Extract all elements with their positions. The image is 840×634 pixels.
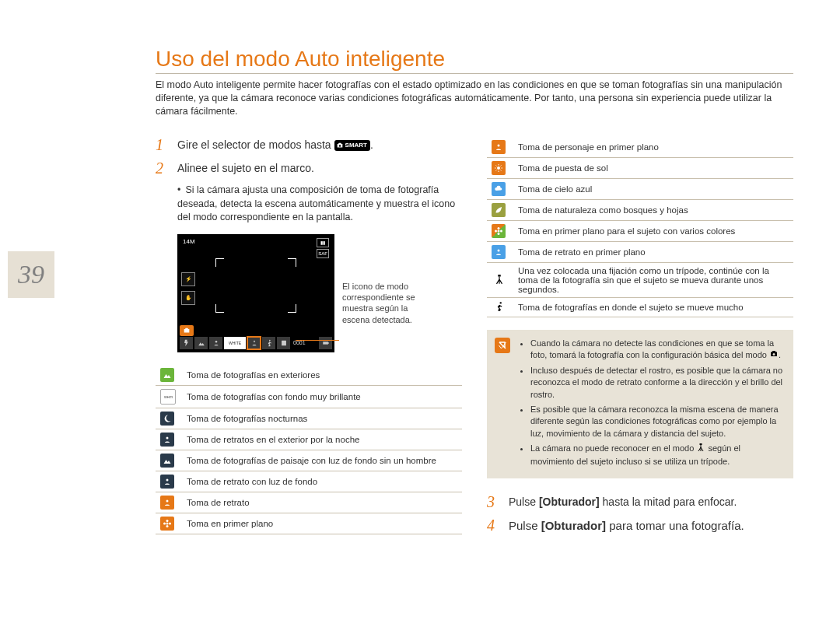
icon-row: Toma de retratos en el exterior por la n… (156, 429, 462, 450)
scene-icon-table-left: Toma de fotografías en exterioresWHITETo… (156, 365, 462, 534)
strip-card-icon (277, 337, 290, 349)
step-3: 3 Pulse [Obturador] hasta la mitad para … (487, 494, 793, 510)
strip-person-icon (209, 337, 222, 349)
right-column: Toma de personaje en primer planoToma de… (487, 137, 793, 542)
svg-point-19 (495, 229, 497, 232)
svg-point-8 (166, 499, 169, 502)
step-text: Pulse [Obturador] para tomar una fotogra… (509, 517, 793, 534)
camera-glyph-icon (336, 142, 344, 149)
frame-counter: 0001 (292, 337, 307, 349)
step-1: 1 Gire el selector de modos hasta SMART … (156, 137, 462, 152)
macro-color-icon (492, 224, 506, 238)
camera-inline-icon (769, 349, 779, 361)
strip-run-icon (262, 337, 275, 349)
step-2: 2 Alinee el sujeto en el marco. (156, 160, 462, 176)
icon-label: Toma de retratos en el exterior por la n… (182, 429, 462, 450)
svg-point-0 (215, 341, 217, 343)
nature-icon (492, 203, 506, 217)
portrait-icon (160, 496, 174, 510)
strip-detected-icon (247, 337, 261, 349)
focus-frame (215, 258, 296, 313)
resolution-indicator: 14M (183, 238, 195, 258)
icon-label: Toma de retrato en primer plano (513, 241, 793, 262)
icon-row: Toma de fotografías nocturnas (156, 408, 462, 429)
motion-icon (492, 301, 507, 312)
icon-row: Toma de puesta de sol (487, 157, 793, 178)
icon-label: Toma de cielo azul (513, 178, 793, 199)
svg-point-10 (166, 520, 169, 522)
svg-rect-22 (498, 275, 501, 276)
strip-white-icon: WHITE (224, 337, 246, 349)
icon-row: Toma de retrato con luz de fondo (156, 471, 462, 492)
notes-box: Cuando la cámara no detecte las condicio… (487, 330, 793, 478)
svg-point-15 (497, 166, 500, 170)
icon-row: Toma en primer plano para el sujeto con … (487, 220, 793, 241)
backlight-landscape-icon (160, 454, 174, 468)
icon-label: Toma de naturaleza como bosques y hojas (513, 199, 793, 220)
tripod-inline-icon (696, 443, 705, 455)
svg-rect-3 (323, 342, 328, 344)
icon-label: Toma de personaje en primer plano (513, 137, 793, 158)
icon-row: Toma de retrato (156, 492, 462, 513)
smart-tag-icon (180, 325, 194, 336)
strip-flash-icon (180, 337, 193, 349)
note-item: La cámara no puede reconocer en el modo … (530, 443, 784, 468)
closeup-portrait-icon (492, 245, 506, 259)
note-item: Es posible que la cámara reconozca la mi… (530, 404, 784, 440)
svg-rect-24 (700, 443, 702, 445)
icon-row: Toma de cielo azul (487, 178, 793, 199)
step-4: 4 Pulse [Obturador] para tomar una fotog… (487, 517, 793, 534)
svg-point-16 (498, 229, 500, 232)
icon-label: Toma de fotografías en donde el sujeto s… (513, 297, 793, 317)
step-text: Pulse [Obturador] hasta la mitad para en… (509, 494, 793, 510)
icon-row: Toma en primer plano (156, 513, 462, 534)
intro-paragraph: El modo Auto inteligente permite hacer f… (156, 79, 793, 118)
night-portrait-icon (160, 433, 174, 447)
svg-point-9 (166, 522, 169, 524)
backlight-portrait-icon (160, 475, 174, 489)
svg-point-11 (166, 525, 169, 527)
page-content: Uso del modo Auto inteligente El modo Au… (0, 0, 840, 542)
svg-point-23 (500, 302, 502, 303)
svg-point-13 (169, 522, 171, 524)
mode-icon-callout: El icono de modo correspondiente se mues… (342, 234, 436, 325)
svg-point-20 (500, 229, 502, 232)
svg-rect-4 (327, 342, 328, 344)
icon-label: Toma en primer plano para el sujeto con … (513, 220, 793, 241)
macro-portrait-icon (492, 140, 506, 154)
icon-row: Toma de fotografías de paisaje con luz d… (156, 450, 462, 471)
icon-label: Una vez colocada una fijación como un tr… (513, 262, 793, 297)
camera-mode-strip: WHITE 0001 (180, 336, 332, 350)
icon-label: Toma de retrato con luz de fondo (182, 471, 462, 492)
scene-icon-table-right: Toma de personaje en primer planoToma de… (487, 137, 793, 317)
step-number: 3 (487, 494, 499, 510)
icon-row: Toma de naturaleza como bosques y hojas (487, 199, 793, 220)
left-column: 1 Gire el selector de modos hasta SMART … (156, 137, 462, 542)
step-2-detail: •Si la cámara ajusta una composición de … (177, 184, 462, 225)
tripod-icon (492, 274, 507, 285)
icon-row: Toma de fotografías en donde el sujeto s… (487, 297, 793, 317)
svg-point-21 (498, 249, 500, 251)
icon-row: WHITEToma de fotografías con fondo muy b… (156, 385, 462, 408)
note-icon (495, 338, 510, 353)
camera-display: 14M ▮▮ SAF ⚡ ✋ (177, 234, 334, 352)
stabilizer-icon: ✋ (181, 291, 195, 305)
macro-icon (160, 517, 174, 531)
icon-label: Toma de fotografías en exteriores (182, 365, 462, 386)
icon-label: Toma de fotografías nocturnas (182, 408, 462, 429)
bluesky-icon (492, 182, 506, 196)
icon-label: Toma de fotografías con fondo muy brilla… (182, 385, 462, 408)
svg-point-6 (166, 436, 169, 439)
step-text: Gire el selector de modos hasta SMART . (177, 137, 462, 152)
icon-row: Toma de fotografías en exteriores (156, 365, 462, 386)
svg-point-18 (498, 233, 500, 235)
white-icon: WHITE (160, 389, 176, 405)
step-text: Alinee el sujeto en el marco. (177, 160, 462, 176)
icon-row: Toma de personaje en primer plano (487, 137, 793, 158)
battery-icon: ▮▮ (317, 238, 329, 247)
sunset-icon (492, 161, 506, 175)
icon-label: Toma de fotografías de paisaje con luz d… (182, 450, 462, 471)
svg-rect-2 (282, 340, 286, 345)
smart-mode-badge: SMART (334, 140, 370, 151)
icon-row: Una vez colocada una fijación como un tr… (487, 262, 793, 297)
